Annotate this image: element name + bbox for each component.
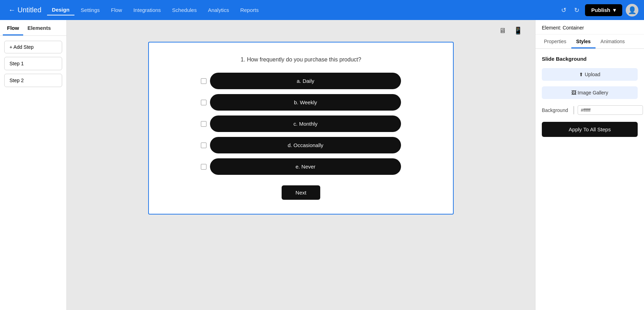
add-step-button[interactable]: + Add Step <box>4 41 62 53</box>
nav-analytics[interactable]: Analytics <box>203 5 234 15</box>
sidebar-tabs: Flow Elements <box>0 20 66 36</box>
panel-content: Slide Background ⬆ Upload 🖼 Image Galler… <box>535 49 644 144</box>
undo-button[interactable]: ↺ <box>559 5 569 15</box>
bg-label: Background <box>542 107 570 113</box>
sidebar-content: + Add Step Step 1 Step 2 <box>0 36 66 92</box>
nav-design[interactable]: Design <box>47 5 74 15</box>
canvas-frame: 1. How frequently do you purchase this p… <box>148 42 454 215</box>
option-checkbox-c[interactable] <box>201 121 206 127</box>
nav-flow[interactable]: Flow <box>106 5 127 15</box>
panel-tabs: Properties Styles Animations <box>535 34 644 49</box>
bg-color-swatch[interactable] <box>573 106 574 114</box>
left-sidebar: Flow Elements + Add Step Step 1 Step 2 <box>0 20 67 310</box>
option-row-e: e. Never <box>201 158 401 175</box>
tab-styles[interactable]: Styles <box>571 34 596 48</box>
option-row-c: c. Monthly <box>201 116 401 132</box>
option-row-a: a. Daily <box>201 73 401 89</box>
mobile-view-button[interactable]: 📱 <box>512 25 525 36</box>
option-btn-d[interactable]: d. Occasionally <box>210 137 401 153</box>
right-panel: Element: Container Properties Styles Ani… <box>535 20 644 310</box>
canvas-area: 🖥 📱 1. How frequently do you purchase th… <box>67 20 535 310</box>
desktop-view-button[interactable]: 🖥 <box>497 25 508 36</box>
main-layout: Flow Elements + Add Step Step 1 Step 2 🖥… <box>0 20 644 310</box>
tab-animations[interactable]: Animations <box>596 34 630 48</box>
nav-schedules[interactable]: Schedules <box>167 5 202 15</box>
canvas-toolbar: 🖥 📱 <box>497 25 525 36</box>
element-label: Element: Container <box>535 20 644 34</box>
option-checkbox-b[interactable] <box>201 100 206 105</box>
option-btn-a[interactable]: a. Daily <box>210 73 401 89</box>
tab-elements[interactable]: Elements <box>23 20 55 35</box>
step-1-item[interactable]: Step 1 <box>4 57 62 70</box>
tab-properties[interactable]: Properties <box>539 34 571 48</box>
nav-right: ↺ ↻ Publish ▾ 👤 <box>559 4 638 17</box>
option-checkbox-e[interactable] <box>201 164 206 170</box>
slide-bg-title: Slide Background <box>542 56 638 62</box>
nav-integrations[interactable]: Integrations <box>129 5 166 15</box>
apply-all-button[interactable]: Apply To All Steps <box>542 122 638 137</box>
bg-row: Background <box>542 105 638 115</box>
back-arrow-icon: ← <box>8 6 15 14</box>
publish-button[interactable]: Publish ▾ <box>585 4 622 16</box>
upload-button[interactable]: ⬆ Upload <box>542 68 638 81</box>
option-checkbox-a[interactable] <box>201 78 206 84</box>
publish-label: Publish <box>591 7 610 13</box>
option-checkbox-d[interactable] <box>201 143 206 148</box>
image-gallery-button[interactable]: 🖼 Image Gallery <box>542 86 638 99</box>
top-nav: ← Untitled Design Settings Flow Integrat… <box>0 0 644 20</box>
option-btn-e[interactable]: e. Never <box>210 158 401 175</box>
question-text: 1. How frequently do you purchase this p… <box>241 57 361 63</box>
redo-button[interactable]: ↻ <box>572 5 581 15</box>
options-list: a. Daily b. Weekly c. Monthly d. Occasio… <box>201 73 401 175</box>
publish-chevron-icon: ▾ <box>613 7 616 13</box>
app-title: Untitled <box>18 6 41 14</box>
step-2-item[interactable]: Step 2 <box>4 74 62 87</box>
mobile-icon: 📱 <box>514 27 523 34</box>
back-button[interactable]: ← Untitled <box>6 5 44 15</box>
option-row-b: b. Weekly <box>201 94 401 111</box>
option-btn-c[interactable]: c. Monthly <box>210 116 401 132</box>
next-button[interactable]: Next <box>282 185 321 200</box>
avatar[interactable]: 👤 <box>626 4 638 17</box>
bg-color-input[interactable] <box>578 105 643 115</box>
option-btn-b[interactable]: b. Weekly <box>210 94 401 111</box>
nav-links: Design Settings Flow Integrations Schedu… <box>47 5 556 15</box>
avatar-icon: 👤 <box>628 6 637 14</box>
tab-flow[interactable]: Flow <box>3 20 23 35</box>
element-type: Container <box>563 25 584 31</box>
nav-reports[interactable]: Reports <box>235 5 264 15</box>
desktop-icon: 🖥 <box>499 27 506 34</box>
option-row-d: d. Occasionally <box>201 137 401 153</box>
nav-settings[interactable]: Settings <box>76 5 105 15</box>
